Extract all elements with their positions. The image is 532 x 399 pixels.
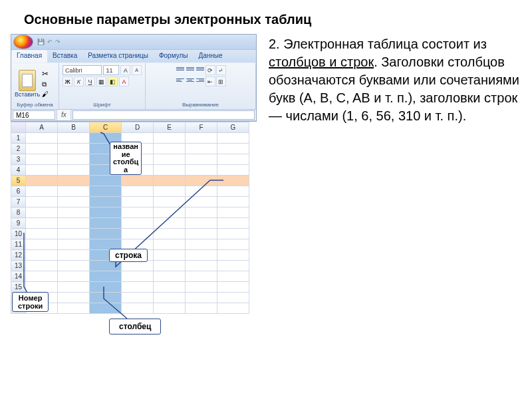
cell[interactable] [186, 186, 217, 197]
align-right-icon[interactable] [196, 76, 205, 84]
merge-button[interactable]: ⊞ [216, 76, 226, 86]
formula-bar[interactable] [72, 110, 255, 120]
tab-data[interactable]: Данные [193, 50, 227, 63]
cell[interactable] [26, 261, 58, 271]
cell[interactable] [154, 218, 186, 229]
cell[interactable] [26, 239, 58, 250]
cell[interactable] [122, 176, 154, 186]
cell[interactable] [26, 133, 58, 144]
cell[interactable] [154, 271, 186, 282]
column-header[interactable]: D [122, 122, 154, 133]
cell[interactable] [154, 207, 186, 218]
cell[interactable] [90, 282, 122, 293]
row-header[interactable]: 3 [11, 154, 26, 165]
cell[interactable] [90, 218, 122, 229]
cell[interactable] [58, 176, 90, 186]
cell[interactable] [186, 239, 217, 250]
column-header[interactable]: F [186, 122, 217, 133]
cell[interactable] [26, 207, 58, 218]
italic-button[interactable]: К [74, 76, 84, 86]
wrap-text-button[interactable]: ⤶ [216, 65, 226, 75]
cell[interactable] [186, 165, 217, 176]
tab-insert[interactable]: Вставка [47, 50, 82, 63]
cell[interactable] [58, 271, 90, 282]
align-middle-icon[interactable] [186, 65, 195, 72]
decrease-font-icon[interactable]: A [132, 65, 142, 75]
align-left-icon[interactable] [176, 76, 185, 84]
font-name-select[interactable]: Calibri [63, 65, 102, 75]
border-button[interactable]: ▦ [96, 76, 106, 86]
cell[interactable] [186, 176, 217, 186]
cell[interactable] [90, 186, 122, 197]
cell[interactable] [58, 165, 90, 176]
font-size-select[interactable]: 11 [103, 65, 119, 75]
cell[interactable] [217, 250, 249, 261]
cell[interactable] [26, 165, 58, 176]
cell[interactable] [154, 282, 186, 293]
cell[interactable] [26, 271, 58, 282]
copy-icon[interactable]: ⧉ [42, 80, 49, 88]
format-painter-icon[interactable]: 🖌 [42, 90, 49, 98]
cell[interactable] [217, 239, 249, 250]
cell[interactable] [154, 229, 186, 239]
font-color-button[interactable]: A [119, 76, 129, 86]
cell[interactable] [122, 293, 154, 303]
cell[interactable] [58, 282, 90, 293]
cell[interactable] [186, 218, 217, 229]
column-header[interactable]: C [90, 122, 122, 133]
cell[interactable] [58, 303, 90, 314]
paste-button[interactable]: Вставить [15, 91, 40, 98]
cell[interactable] [217, 197, 249, 207]
cell[interactable] [186, 154, 217, 165]
row-header[interactable]: 10 [11, 229, 26, 239]
cell[interactable] [154, 239, 186, 250]
row-header[interactable]: 14 [11, 271, 26, 282]
cell[interactable] [186, 303, 217, 314]
row-header[interactable]: 4 [11, 165, 26, 176]
row-header[interactable]: 13 [11, 261, 26, 271]
cell[interactable] [154, 176, 186, 186]
cell[interactable] [90, 176, 122, 186]
cell[interactable] [154, 250, 186, 261]
cell[interactable] [58, 144, 90, 154]
fill-color-button[interactable]: ◧ [108, 76, 118, 86]
cell[interactable] [58, 197, 90, 207]
name-box[interactable]: M16 [13, 110, 55, 120]
cell[interactable] [26, 282, 58, 293]
cell[interactable] [154, 197, 186, 207]
decrease-indent-icon[interactable]: ⇤ [205, 76, 215, 86]
tab-home[interactable]: Главная [11, 50, 47, 63]
cell[interactable] [58, 229, 90, 239]
tab-layout[interactable]: Разметка страницы [82, 50, 154, 63]
orientation-icon[interactable]: ⟳ [205, 65, 215, 75]
cell[interactable] [217, 186, 249, 197]
increase-font-icon[interactable]: A [120, 65, 130, 75]
align-bottom-icon[interactable] [196, 65, 205, 72]
bold-button[interactable]: Ж [63, 76, 72, 86]
row-header[interactable]: 12 [11, 250, 26, 261]
cell[interactable] [154, 186, 186, 197]
cell[interactable] [154, 133, 186, 144]
cell[interactable] [217, 133, 249, 144]
row-header[interactable]: 5 [11, 176, 26, 186]
cell[interactable] [217, 293, 249, 303]
cell[interactable] [58, 186, 90, 197]
cell[interactable] [217, 154, 249, 165]
cell[interactable] [90, 271, 122, 282]
cell[interactable] [122, 303, 154, 314]
cell[interactable] [26, 218, 58, 229]
column-header[interactable]: A [26, 122, 58, 133]
cell[interactable] [186, 250, 217, 261]
cell[interactable] [217, 207, 249, 218]
tab-formulas[interactable]: Формулы [154, 50, 194, 63]
cell[interactable] [217, 229, 249, 239]
underline-button[interactable]: Ч [85, 76, 95, 86]
cell[interactable] [186, 282, 217, 293]
cell[interactable] [90, 229, 122, 239]
align-center-icon[interactable] [186, 76, 195, 84]
cell[interactable] [154, 293, 186, 303]
cell[interactable] [186, 271, 217, 282]
cell[interactable] [186, 133, 217, 144]
row-header[interactable]: 15 [11, 282, 26, 293]
paste-icon[interactable] [19, 70, 36, 91]
